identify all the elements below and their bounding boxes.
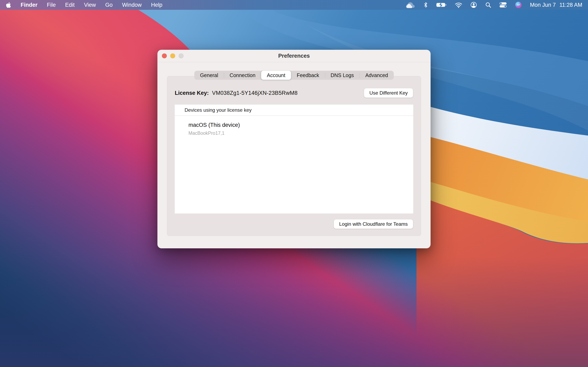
siri-icon [515,1,522,8]
window-titlebar[interactable]: Preferences [157,50,431,62]
traffic-lights [162,50,183,62]
bluetooth-status-item[interactable] [424,2,428,8]
battery-charging-icon [436,2,447,8]
tab-bar: General Connection Account Feedback DNS … [194,71,394,80]
device-model: MacBookPro17,1 [189,131,413,136]
app-menu-title[interactable]: Finder [21,2,38,8]
close-button[interactable] [162,53,167,58]
device-row: macOS (This device) MacBookPro17,1 [175,116,413,136]
menu-item-go[interactable]: Go [105,2,113,8]
apple-icon [6,2,11,8]
control-center-status-item[interactable] [499,2,507,8]
menu-item-help[interactable]: Help [151,2,163,8]
tab-feedback[interactable]: Feedback [291,71,325,80]
minimize-button[interactable] [170,53,175,58]
tab-account[interactable]: Account [261,71,291,80]
wifi-status-item[interactable] [455,2,462,8]
date-label: Mon Jun 7 [530,2,556,8]
devices-table-header: Devices using your license key [175,105,413,116]
license-key-row: License Key: VM038Zg1-5Y146jXN-23B5RwM8 … [175,88,413,98]
user-status-item[interactable] [470,2,477,8]
preferences-window: Preferences General Connection Account F… [157,50,431,248]
wifi-icon [455,2,462,8]
spotlight-status-item[interactable] [485,2,491,8]
zoom-button-disabled [179,53,183,58]
tab-dns-logs[interactable]: DNS Logs [325,71,360,80]
account-tab-panel: License Key: VM038Zg1-5Y146jXN-23B5RwM8 … [167,76,421,236]
siri-status-item[interactable] [515,1,522,8]
menu-item-file[interactable]: File [47,2,56,8]
tab-advanced[interactable]: Advanced [360,71,394,80]
window-title: Preferences [278,53,310,59]
cloudflare-cloud-icon [406,2,415,8]
devices-table: Devices using your license key macOS (Th… [175,105,413,213]
time-label: 11:28 AM [559,2,582,8]
user-icon [470,2,477,8]
menu-item-window[interactable]: Window [122,2,142,8]
apple-menu[interactable] [6,2,11,8]
menu-bar-clock[interactable]: Mon Jun 7 11:28 AM [530,2,582,8]
menu-item-view[interactable]: View [84,2,96,8]
control-center-icon [499,2,507,8]
login-cloudflare-teams-button[interactable]: Login with Cloudflare for Teams [334,219,413,229]
license-key-label: License Key: [175,90,209,96]
desktop: Finder File Edit View Go Window Help [0,0,588,367]
tab-connection[interactable]: Connection [224,71,261,80]
spotlight-search-icon [485,2,491,8]
menu-item-edit[interactable]: Edit [65,2,75,8]
bluetooth-icon [424,2,428,8]
device-name: macOS (This device) [189,122,413,128]
battery-status-item[interactable] [436,2,447,8]
cloudflare-status-item[interactable] [406,2,415,8]
menu-bar: Finder File Edit View Go Window Help [0,0,588,10]
tab-general[interactable]: General [194,71,224,80]
use-different-key-button[interactable]: Use Different Key [364,88,413,98]
license-key-value: VM038Zg1-5Y146jXN-23B5RwM8 [212,90,298,96]
